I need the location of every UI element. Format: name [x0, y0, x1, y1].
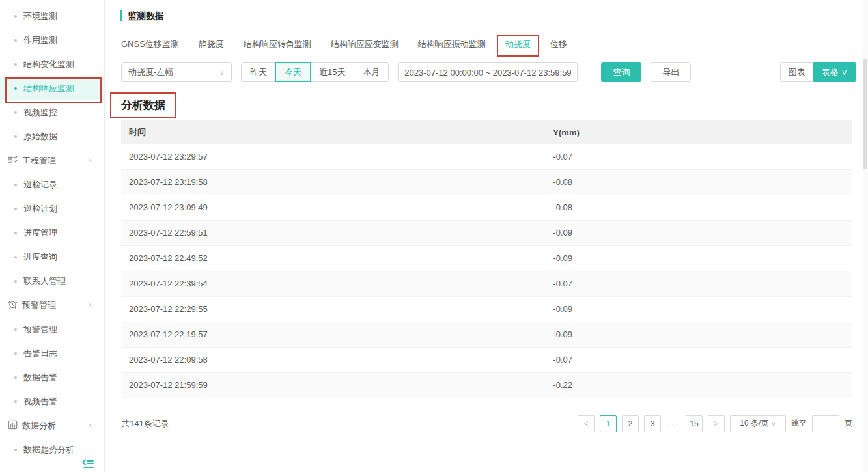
page-title: 监测数据 [120, 10, 164, 21]
tab-位移[interactable]: 位移 [550, 31, 567, 57]
sidebar-top-list: 环境监测作用监测结构变化监测结构响应监测视频监控原始数据 [0, 4, 104, 148]
tab-静挠度[interactable]: 静挠度 [199, 31, 224, 57]
cell-time: 2023-07-12 23:19:58 [121, 169, 545, 195]
table-row: 2023-07-12 22:49:52-0.09 [121, 245, 852, 271]
view-table-button[interactable]: 表格 ∨ [813, 62, 856, 82]
query-button[interactable]: 查询 [601, 62, 641, 82]
page-unit-label: 页 [845, 418, 852, 429]
sidebar-group-header[interactable]: 数据分析∧ [0, 413, 104, 437]
bullet-icon [14, 352, 17, 355]
cell-y-value: -0.07 [545, 144, 852, 169]
sidebar-item[interactable]: 视频告警 [0, 389, 104, 413]
scrollbar-track [863, 0, 868, 472]
sidebar-item[interactable]: 巡检记录 [0, 173, 104, 197]
export-button[interactable]: 导出 [651, 62, 691, 82]
chevron-up-icon: ∧ [88, 158, 92, 163]
next-page-button[interactable]: > [708, 415, 725, 432]
sidebar-item-label: 进度查询 [23, 251, 57, 263]
sidebar-item[interactable]: 预警管理 [0, 317, 104, 341]
tab-结构响应应变监测[interactable]: 结构响应应变监测 [331, 31, 399, 57]
sidebar-item-label: 原始数据 [23, 131, 57, 143]
cell-y-value: -0.07 [545, 347, 852, 372]
view-chart-button[interactable]: 图表 [780, 62, 814, 82]
table-row: 2023-07-12 22:59:51-0.09 [121, 220, 852, 245]
date-range-input[interactable]: 2023-07-12 00:00:00 ~ 2023-07-12 23:59:5… [398, 62, 578, 82]
chevron-down-icon: ∨ [219, 68, 225, 77]
bullet-icon [14, 111, 17, 114]
sidebar-item[interactable]: 告警日志 [0, 341, 104, 365]
bullet-icon [14, 400, 17, 403]
scrollbar-thumb[interactable] [863, 59, 867, 169]
table-body: 2023-07-12 23:29:57-0.072023-07-12 23:19… [121, 144, 852, 398]
ellipsis-icon: ··· [666, 419, 680, 428]
tab-GNSS位移监测[interactable]: GNSS位移监测 [121, 31, 179, 57]
sensor-select[interactable]: 动挠度-左幅 ∨ [121, 62, 232, 82]
sidebar-item-label: 巡检记录 [23, 179, 57, 191]
table-row: 2023-07-12 23:09:49-0.08 [121, 195, 852, 220]
sidebar-item[interactable]: 数据告警 [0, 365, 104, 389]
sidebar-item[interactable]: 进度查询 [0, 245, 104, 269]
analysis-table: 时间 Y(mm) 2023-07-12 23:29:57-0.072023-07… [121, 120, 852, 398]
sidebar-item[interactable]: 巡检计划 [0, 197, 104, 221]
cell-time: 2023-07-12 22:59:51 [121, 220, 545, 245]
cell-y-value: -0.08 [545, 195, 852, 220]
sidebar-item[interactable]: 联系人管理 [0, 269, 104, 293]
prev-page-button[interactable]: < [578, 415, 595, 432]
tab-结构响应转角监测[interactable]: 结构响应转角监测 [244, 31, 311, 57]
sidebar-item[interactable]: 结构变化监测 [0, 52, 104, 76]
collapse-sidebar-icon[interactable] [82, 458, 95, 469]
page-size-select[interactable]: 10 条/页∨ [730, 415, 786, 432]
bullet-icon [14, 328, 17, 331]
quick-range-近15天[interactable]: 近15天 [310, 62, 354, 82]
column-header-time: 时间 [121, 120, 545, 144]
sidebar-item-label: 进度管理 [23, 227, 57, 239]
sidebar-group-header[interactable]: 预警管理∧ [0, 293, 104, 317]
sidebar-item-label: 视频告警 [23, 396, 57, 408]
tab-动挠度[interactable]: 动挠度 [505, 31, 531, 57]
sidebar: 环境监测作用监测结构变化监测结构响应监测视频监控原始数据 工程管理∧巡检记录巡检… [0, 0, 105, 472]
annotation-box-section-title [110, 92, 176, 118]
sidebar-item[interactable]: 作用监测 [0, 28, 104, 52]
sidebar-groups: 工程管理∧巡检记录巡检计划进度管理进度查询联系人管理预警管理∧预警管理告警日志数… [0, 148, 104, 462]
quick-range-本月[interactable]: 本月 [354, 62, 389, 82]
sidebar-item[interactable]: 环境监测 [0, 4, 104, 28]
sidebar-item[interactable]: 结构响应监测 [0, 76, 104, 100]
sidebar-item-label: 视频监控 [23, 107, 57, 118]
sidebar-item[interactable]: 视频监控 [0, 100, 104, 124]
annotation-box-active-tab [497, 35, 539, 57]
tab-结构响应振动监测[interactable]: 结构响应振动监测 [418, 31, 486, 57]
chevron-down-icon: ∨ [841, 67, 848, 77]
table-row: 2023-07-12 23:19:58-0.08 [121, 169, 852, 195]
cell-time: 2023-07-12 22:19:57 [121, 322, 545, 347]
sidebar-group-header[interactable]: 工程管理∧ [0, 148, 104, 173]
section-head: 分析数据 [105, 87, 868, 120]
quick-range-今天[interactable]: 今天 [275, 62, 311, 82]
column-header-y: Y(mm) [545, 120, 852, 144]
chevron-up-icon: ∧ [88, 423, 92, 428]
jump-page-input[interactable] [812, 415, 839, 432]
table-row: 2023-07-12 21:59:59-0.22 [121, 372, 852, 398]
sidebar-item-label: 巡检计划 [23, 203, 57, 215]
sidebar-item[interactable]: 原始数据 [0, 124, 104, 148]
filter-bar: 动挠度-左幅 ∨ 昨天今天近15天本月 2023-07-12 00:00:00 … [105, 57, 868, 87]
page-button-15[interactable]: 15 [686, 415, 703, 432]
table-footer: 共141条记录 <123···15>10 条/页∨跳至页 [121, 415, 852, 432]
sidebar-item-label: 预警管理 [23, 324, 57, 335]
table-row: 2023-07-12 22:09:58-0.07 [121, 347, 852, 372]
bar-chart-icon [8, 420, 18, 432]
cell-y-value: -0.08 [545, 169, 852, 195]
bullet-icon [14, 87, 17, 90]
quick-range-昨天[interactable]: 昨天 [241, 62, 276, 82]
cell-time: 2023-07-12 23:29:57 [121, 144, 545, 169]
table-row: 2023-07-12 22:29:55-0.09 [121, 296, 852, 322]
page-button-3[interactable]: 3 [644, 415, 661, 432]
page-button-1[interactable]: 1 [600, 415, 617, 432]
bullet-icon [14, 184, 17, 186]
main-content: 监测数据 GNSS位移监测静挠度结构响应转角监测结构响应应变监测结构响应振动监测… [105, 0, 868, 472]
page-header: 监测数据 [105, 0, 868, 31]
cell-time: 2023-07-12 22:29:55 [121, 296, 545, 322]
page-button-2[interactable]: 2 [622, 415, 639, 432]
bullet-icon [14, 39, 17, 42]
chevron-up-icon: ∧ [88, 302, 92, 308]
sidebar-item[interactable]: 进度管理 [0, 221, 104, 245]
